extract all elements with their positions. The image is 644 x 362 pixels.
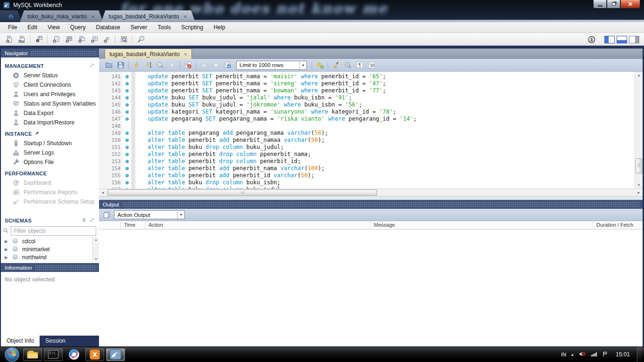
schema-item-northwind[interactable]: ▶northwind xyxy=(1,253,99,261)
execute-current-button[interactable] xyxy=(142,60,154,71)
network-signal-icon[interactable] xyxy=(590,351,598,358)
expand-arrow-icon[interactable]: ▶ xyxy=(5,247,9,252)
editor-tab[interactable]: tugas_basdat4_RiskaVianto × xyxy=(105,49,192,59)
invisible-chars-button[interactable]: ¶ xyxy=(354,60,365,71)
show-desktop-button[interactable] xyxy=(637,347,642,362)
commit-button[interactable] xyxy=(198,60,210,71)
sidebar-item-data-export[interactable]: Data Export xyxy=(1,108,99,118)
close-icon[interactable]: × xyxy=(184,51,187,57)
scroll-left-arrow[interactable]: ◄ xyxy=(99,189,107,196)
minimize-button[interactable] xyxy=(593,0,607,8)
scroll-up-arrow[interactable]: ▲ xyxy=(94,238,98,241)
sidebar-item-client-connections[interactable]: Client Connections xyxy=(1,80,99,90)
schema-item-minimarket[interactable]: ▶minimarket xyxy=(1,245,99,253)
sidebar-item-users[interactable]: Users and Privileges xyxy=(1,90,99,99)
sidebar-item-data-import[interactable]: Data Import/Restore xyxy=(1,118,99,127)
save-button[interactable] xyxy=(115,60,126,71)
scroll-up-arrow[interactable]: ▲ xyxy=(635,72,643,79)
vertical-scrollbar-thumb[interactable] xyxy=(636,158,642,173)
menu-tools[interactable]: Tools xyxy=(152,22,176,33)
schema-list-scrollbar[interactable]: ▲▼ xyxy=(92,237,99,262)
connection-tab[interactable]: tugas_basdat4_RiskaVianto× xyxy=(101,10,196,22)
taskbar-app-mysql-workbench[interactable] xyxy=(106,348,125,361)
toggle-bottom-panel-button[interactable] xyxy=(617,36,627,43)
language-indicator[interactable]: IN xyxy=(561,352,566,357)
sidebar-tab-object-info[interactable]: Object Info xyxy=(1,336,40,346)
expand-corner-icon[interactable] xyxy=(90,64,95,69)
output-type-dropdown[interactable]: Action Output ▼ xyxy=(114,210,185,219)
account-icon[interactable] xyxy=(585,34,598,45)
save-snippet-button[interactable] xyxy=(314,60,326,71)
sidebar-item-status-variables[interactable]: Status and System Variables xyxy=(1,99,99,108)
horizontal-scrollbar-thumb[interactable] xyxy=(107,189,377,196)
sidebar-tab-session[interactable]: Session xyxy=(40,336,71,346)
vertical-scrollbar[interactable]: ▲ ▼ xyxy=(635,72,643,189)
scroll-down-arrow[interactable]: ▼ xyxy=(94,257,98,261)
inspector-button[interactable]: i xyxy=(33,34,45,45)
reconnect-dbms-button[interactable] xyxy=(134,34,147,45)
menu-help[interactable]: Help xyxy=(208,22,231,33)
toggle-autocommit-button[interactable] xyxy=(222,60,233,71)
home-tab[interactable] xyxy=(0,10,22,22)
sidebar-item-dashboard[interactable]: Dashboard xyxy=(1,178,99,188)
open-sql-script-button[interactable]: SQL xyxy=(16,34,28,45)
create-schema-button[interactable] xyxy=(50,34,62,45)
taskbar-app-xampp[interactable] xyxy=(85,348,104,361)
execute-button[interactable] xyxy=(131,60,142,71)
action-center-flag-icon[interactable] xyxy=(602,351,609,358)
expand-corner-icon[interactable] xyxy=(90,218,95,223)
sidebar-item-server-logs[interactable]: Server Logs xyxy=(1,148,99,157)
create-view-button[interactable] xyxy=(75,34,88,45)
row-limit-dropdown[interactable]: Limit to 1000 rows▼ xyxy=(236,61,307,70)
menu-view[interactable]: View xyxy=(42,22,65,33)
sidebar-item-server-status[interactable]: Server Status xyxy=(1,71,99,80)
taskbar-app-cmd[interactable]: C:\ xyxy=(44,348,63,361)
horizontal-scrollbar[interactable]: ◄ ► xyxy=(99,189,643,196)
refresh-icon[interactable] xyxy=(82,218,87,223)
taskbar-app-explorer[interactable] xyxy=(23,348,42,361)
scroll-down-arrow[interactable]: ▼ xyxy=(635,181,643,189)
create-function-button[interactable]: f() xyxy=(100,34,113,45)
menu-file[interactable]: File xyxy=(3,22,22,33)
wrap-text-button[interactable] xyxy=(365,60,377,71)
expand-arrow-icon[interactable]: ▶ xyxy=(5,255,9,260)
sql-code-editor[interactable]: 141update penerbit SET penerbit_nama = '… xyxy=(99,72,643,189)
toggle-right-panel-button[interactable] xyxy=(629,36,639,43)
taskbar-app-browser[interactable] xyxy=(65,348,83,361)
sidebar-item-options-file[interactable]: Options File xyxy=(1,157,99,167)
explain-button[interactable] xyxy=(154,60,166,71)
menu-query[interactable]: Query xyxy=(65,22,91,33)
open-file-button[interactable] xyxy=(103,60,115,71)
expand-arrow-icon[interactable]: ▶ xyxy=(5,239,9,244)
create-table-button[interactable] xyxy=(62,34,75,45)
close-icon[interactable]: × xyxy=(184,14,187,19)
menu-server[interactable]: Server xyxy=(125,22,152,33)
clock[interactable]: 15:01 xyxy=(613,351,633,358)
close-icon[interactable]: × xyxy=(91,14,94,19)
schema-item-cdcol[interactable]: ▶cdcol xyxy=(1,237,99,245)
sidebar-item-startup-shutdown[interactable]: Startup / Shutdown xyxy=(1,139,99,148)
sidebar-item-performance-schema[interactable]: Performance Schema Setup xyxy=(1,197,99,206)
menu-edit[interactable]: Edit xyxy=(22,22,42,33)
create-procedure-button[interactable] xyxy=(88,34,100,45)
search-table-data-button[interactable] xyxy=(117,34,130,45)
stop-button[interactable] xyxy=(166,60,178,71)
start-button[interactable] xyxy=(5,347,19,362)
find-button[interactable]: A xyxy=(342,60,354,71)
menu-scripting[interactable]: Scripting xyxy=(176,22,208,33)
connection-tab[interactable]: toko_buku_riska_vianto× xyxy=(20,10,103,22)
show-hidden-icons[interactable]: ▲ xyxy=(570,353,574,357)
toggle-stop-on-error-button[interactable] xyxy=(182,60,194,71)
sidebar-item-performance-reports[interactable]: Performance Reports xyxy=(1,188,99,197)
volume-muted-icon[interactable] xyxy=(578,351,586,358)
menu-database[interactable]: Database xyxy=(91,22,125,33)
panel-splitter[interactable] xyxy=(99,196,643,200)
beautify-button[interactable] xyxy=(330,60,342,71)
scroll-right-arrow[interactable]: ► xyxy=(635,189,643,196)
toggle-left-panel-button[interactable] xyxy=(604,36,615,43)
rollback-button[interactable] xyxy=(210,60,222,71)
restore-button[interactable] xyxy=(607,0,620,8)
new-sql-tab-button[interactable]: SQL xyxy=(3,34,16,45)
close-button[interactable]: ✕ xyxy=(620,0,640,8)
schema-filter-input[interactable]: Filter objects xyxy=(11,226,96,236)
